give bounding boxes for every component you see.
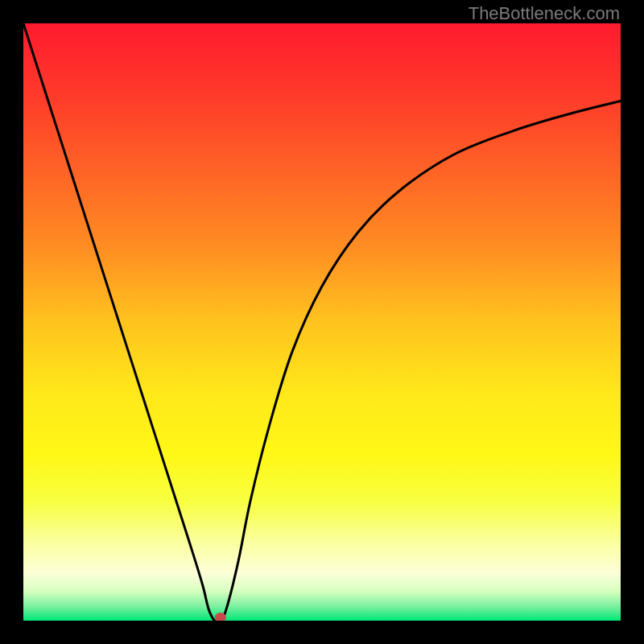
plot-frame: TheBottleneck.com (0, 0, 644, 644)
chart-background (23, 23, 621, 621)
plot-area (23, 23, 621, 621)
chart-svg (23, 23, 621, 621)
watermark-text: TheBottleneck.com (469, 3, 620, 24)
